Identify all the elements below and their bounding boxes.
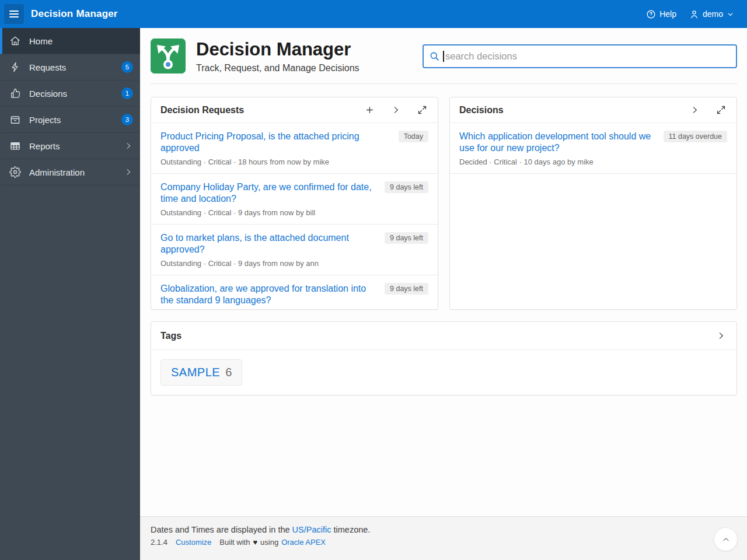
open-tags-button[interactable] [715, 330, 727, 342]
sidebar-item-label: Decisions [29, 89, 67, 99]
customize-link[interactable]: Customize [176, 538, 211, 547]
table-icon [9, 140, 21, 152]
decision-meta: Decided · Critical · 10 days ago by mike [459, 158, 655, 166]
request-title-link[interactable]: Globalization, are we approved for trans… [160, 283, 376, 306]
decision-title-link[interactable]: Which application development tool shoul… [459, 131, 655, 154]
topbar: Decision Manager Help demo [0, 0, 747, 28]
hamburger-button[interactable] [4, 4, 24, 24]
decisions-card: Decisions Which application development … [449, 97, 737, 310]
page-subtitle: Track, Request, and Manage Decisions [196, 63, 359, 74]
bolt-icon [9, 61, 21, 73]
decisions-count-badge: 1 [121, 88, 133, 99]
sidebar-item-decisions[interactable]: Decisions 1 [0, 80, 140, 107]
projects-count-badge: 3 [121, 114, 133, 125]
search-icon [429, 51, 440, 62]
oracle-apex-link[interactable]: Oracle APEX [281, 538, 326, 547]
help-icon [646, 9, 656, 19]
request-list-item[interactable]: Product Pricing Proposal, is the attache… [151, 123, 438, 174]
request-title-link[interactable]: Company Holiday Party, are we confirmed … [160, 181, 376, 205]
card-title: Decision Requests [160, 105, 244, 116]
gear-icon [9, 166, 21, 178]
decision-manager-app-icon [151, 38, 186, 74]
heart-icon: ♥ [253, 538, 257, 547]
sidebar: Home Requests 5 Decisions 1 Projects 3 R… [0, 28, 140, 560]
due-badge: 9 days left [385, 283, 428, 295]
request-list-item[interactable]: Globalization, are we approved for trans… [151, 275, 438, 310]
card-title: Tags [160, 331, 181, 341]
sidebar-item-projects[interactable]: Projects 3 [0, 107, 140, 133]
request-title-link[interactable]: Go to market plans, is the attached docu… [160, 232, 376, 256]
username: demo [703, 9, 723, 19]
version-text: 2.1.4 [151, 538, 167, 547]
chevron-down-icon [727, 10, 734, 18]
help-link[interactable]: Help [646, 9, 676, 19]
user-icon [689, 9, 699, 19]
timezone-link[interactable]: US/Pacific [292, 525, 331, 534]
chevron-right-icon [690, 105, 700, 115]
due-badge: Today [399, 131, 428, 142]
sidebar-item-requests[interactable]: Requests 5 [0, 54, 140, 80]
sidebar-item-home[interactable]: Home [0, 28, 140, 54]
decision-list-item[interactable]: Which application development tool shoul… [450, 123, 736, 174]
chevron-up-icon [721, 535, 731, 544]
request-meta: Outstanding · Critical · 9 days from now… [160, 208, 376, 217]
add-request-button[interactable] [364, 104, 376, 116]
built-with-text: Built with ♥ using Oracle APEX [219, 538, 326, 547]
help-label: Help [659, 9, 676, 19]
user-menu[interactable]: demo [689, 9, 734, 19]
tag-label: SAMPLE [171, 366, 220, 379]
request-list-item[interactable]: Company Holiday Party, are we confirmed … [151, 174, 438, 225]
page-title: Decision Manager [196, 38, 359, 61]
header-divider [151, 83, 737, 84]
sidebar-item-reports[interactable]: Reports [0, 133, 140, 159]
due-badge: 9 days left [385, 232, 428, 244]
sidebar-item-label: Administration [29, 167, 85, 177]
expand-requests-button[interactable] [416, 104, 428, 116]
maximize-icon [417, 105, 427, 115]
overdue-badge: 11 days overdue [664, 131, 728, 142]
request-list-item[interactable]: Go to market plans, is the attached docu… [151, 225, 438, 275]
box-icon [9, 114, 21, 125]
requests-count-badge: 5 [121, 61, 133, 73]
request-meta: Outstanding · Critical · 9 days from now… [160, 259, 376, 268]
open-decisions-button[interactable] [689, 104, 701, 116]
search-input[interactable] [423, 44, 737, 68]
topbar-title: Decision Manager [31, 8, 118, 20]
due-badge: 9 days left [385, 181, 428, 193]
sidebar-item-label: Home [29, 36, 53, 46]
chevron-right-icon [124, 141, 133, 150]
request-meta: Outstanding · Critical · 18 hours from n… [160, 158, 390, 166]
hamburger-icon [9, 10, 19, 12]
scroll-to-top-button[interactable] [714, 527, 738, 551]
page-header: Decision Manager Track, Request, and Man… [151, 38, 737, 74]
plus-icon [365, 105, 375, 115]
sidebar-item-label: Reports [29, 141, 60, 151]
chevron-right-icon [716, 331, 726, 341]
tag-count: 6 [225, 366, 232, 379]
expand-decisions-button[interactable] [715, 104, 727, 116]
chevron-right-icon [124, 167, 133, 177]
card-title: Decisions [459, 105, 504, 116]
timezone-text: Dates and Times are displayed in the US/… [151, 525, 736, 534]
text-caret [443, 51, 444, 62]
tags-card: Tags SAMPLE 6 [151, 321, 737, 396]
maximize-icon [716, 105, 726, 115]
sidebar-item-label: Requests [29, 62, 66, 72]
footer: Dates and Times are displayed in the US/… [140, 516, 747, 560]
chevron-right-icon [391, 105, 401, 115]
sidebar-item-administration[interactable]: Administration [0, 159, 140, 186]
decision-requests-card: Decision Requests [151, 97, 438, 310]
home-icon [9, 35, 21, 47]
main-content: Decision Manager Track, Request, and Man… [140, 28, 747, 560]
thumbs-up-icon [9, 88, 21, 99]
sidebar-item-label: Projects [29, 115, 61, 125]
open-requests-button[interactable] [390, 104, 402, 116]
request-title-link[interactable]: Product Pricing Proposal, is the attache… [160, 131, 390, 154]
tag-chip-sample[interactable]: SAMPLE 6 [160, 359, 242, 386]
